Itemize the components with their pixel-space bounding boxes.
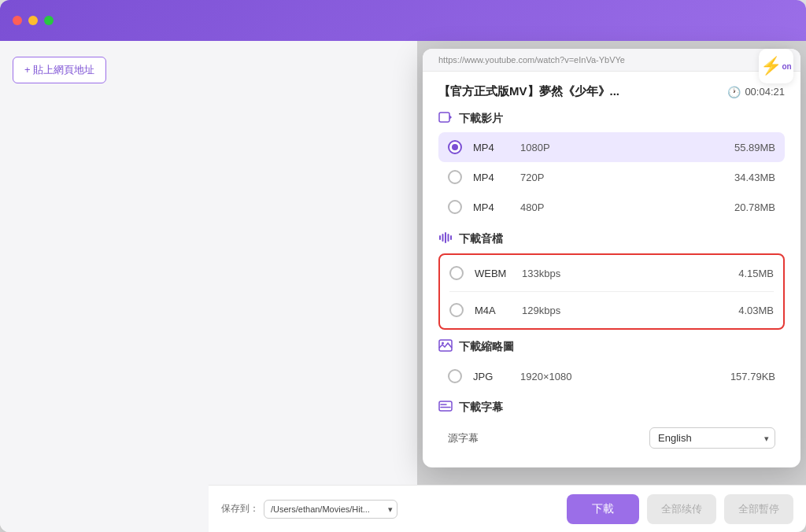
- all-resume-button[interactable]: 全部续传: [647, 494, 716, 524]
- format-quality-1080p: 1080P: [520, 142, 734, 153]
- svg-rect-0: [439, 113, 449, 122]
- right-side: ⚡ on https://www.youtube.com/watch?v=eIn…: [209, 41, 806, 532]
- video-section-header: 下載影片: [438, 112, 785, 126]
- titlebar: [0, 0, 806, 41]
- video-title: 【官方正式版MV】夢然《少年》...: [438, 84, 719, 99]
- radio-jpg[interactable]: [448, 369, 462, 383]
- clock-icon: 🕐: [727, 86, 741, 98]
- bottom-bar: 保存到： /Users/ethan/Movies/Hit... 下載 全部续传 …: [209, 485, 806, 532]
- format-quality-jpg: 1920×1080: [520, 371, 730, 382]
- dialog-overlay: https://www.youtube.com/watch?v=eInVa-Yb…: [417, 41, 806, 532]
- svg-rect-6: [450, 235, 452, 240]
- audio-formats-wrapper: WEBM 133kbps 4.15MB M4A 129kbps 4.03MB: [438, 253, 785, 330]
- thumbnail-section-label: 下載縮略圖: [459, 340, 514, 354]
- format-row-jpg[interactable]: JPG 1920×1080 157.79KB: [438, 361, 785, 391]
- lightning-icon: ⚡: [760, 56, 782, 76]
- radio-webm[interactable]: [449, 266, 464, 280]
- format-type-m4a: M4A: [475, 305, 522, 316]
- audio-section-header: 下載音檔: [438, 231, 785, 247]
- subtitle-select-wrapper: English Chinese Japanese: [649, 427, 775, 449]
- download-button[interactable]: 下載: [567, 494, 639, 524]
- logo-text: on: [782, 62, 791, 71]
- video-formats-list: MP4 1080P 55.89MB MP4 720P 34.43MB: [438, 132, 785, 222]
- svg-rect-9: [439, 401, 452, 411]
- format-quality-720p: 720P: [520, 172, 734, 183]
- svg-rect-2: [439, 235, 441, 240]
- svg-rect-5: [448, 234, 449, 242]
- radio-mp4-1080p[interactable]: [448, 140, 462, 154]
- format-type-jpg: JPG: [473, 371, 520, 382]
- download-dialog: https://www.youtube.com/watch?v=eInVa-Yb…: [423, 49, 800, 467]
- video-duration-row: 🕐 00:04:21: [727, 86, 785, 98]
- svg-marker-1: [449, 115, 452, 120]
- main-area: + 貼上網頁地址 ⚡ on https://www.youtube.com/wa…: [0, 41, 806, 532]
- svg-point-8: [442, 342, 444, 345]
- video-title-row: 【官方正式版MV】夢然《少年》... 🕐 00:04:21: [438, 84, 785, 99]
- format-quality-480p: 480P: [520, 201, 734, 213]
- format-type-mp4-1080p: MP4: [473, 142, 520, 153]
- video-icon: [438, 112, 453, 126]
- format-size-jpg: 157.79KB: [730, 371, 775, 382]
- dialog-body: 【官方正式版MV】夢然《少年》... 🕐 00:04:21: [423, 72, 800, 467]
- thumbnail-icon: [438, 339, 453, 355]
- format-row-mp4-1080p[interactable]: MP4 1080P 55.89MB: [438, 132, 785, 162]
- dialog-url-bar: https://www.youtube.com/watch?v=eInVa-Yb…: [423, 49, 800, 72]
- subtitle-language-select[interactable]: English Chinese Japanese: [649, 427, 775, 449]
- sidebar: + 貼上網頁地址: [0, 41, 209, 532]
- format-type-webm: WEBM: [475, 268, 522, 279]
- format-row-webm[interactable]: WEBM 133kbps 4.15MB: [440, 258, 783, 288]
- radio-m4a[interactable]: [449, 303, 464, 317]
- format-size-m4a: 4.03MB: [738, 305, 774, 316]
- close-button[interactable]: [13, 16, 22, 25]
- format-quality-webm: 133kbps: [522, 268, 738, 279]
- format-row-m4a[interactable]: M4A 129kbps 4.03MB: [440, 295, 783, 325]
- all-pause-button[interactable]: 全部暫停: [724, 494, 793, 524]
- format-row-mp4-480p[interactable]: MP4 480P 20.78MB: [438, 192, 785, 222]
- maximize-button[interactable]: [44, 16, 54, 25]
- svg-rect-4: [445, 232, 446, 243]
- format-row-mp4-720p[interactable]: MP4 720P 34.43MB: [438, 162, 785, 192]
- paste-url-button[interactable]: + 貼上網頁地址: [13, 57, 106, 83]
- subtitle-row: 源字幕 English Chinese Japanese: [438, 421, 785, 455]
- subtitle-section-label: 下載字幕: [459, 401, 503, 415]
- format-size-480p: 20.78MB: [734, 201, 775, 213]
- traffic-lights: [13, 16, 54, 25]
- format-type-mp4-720p: MP4: [473, 172, 520, 183]
- format-quality-m4a: 129kbps: [522, 305, 738, 316]
- format-size-1080p: 55.89MB: [734, 142, 775, 153]
- format-size-720p: 34.43MB: [734, 172, 775, 183]
- format-type-mp4-480p: MP4: [473, 201, 520, 213]
- app-logo-area: ⚡ on: [759, 49, 793, 83]
- save-path-select[interactable]: /Users/ethan/Movies/Hit...: [264, 500, 397, 519]
- radio-mp4-480p[interactable]: [448, 200, 462, 214]
- audio-divider: [449, 291, 774, 292]
- radio-mp4-720p[interactable]: [448, 170, 462, 184]
- main-window: + 貼上網頁地址 ⚡ on https://www.youtube.com/wa…: [0, 0, 806, 532]
- video-section-label: 下載影片: [459, 112, 503, 126]
- save-path-wrapper: /Users/ethan/Movies/Hit...: [264, 500, 397, 519]
- thumbnail-section-header: 下載縮略圖: [438, 339, 785, 355]
- minimize-button[interactable]: [28, 16, 38, 25]
- audio-icon: [438, 231, 453, 247]
- bottom-right-buttons: 下載 全部续传 全部暫停: [567, 494, 793, 524]
- format-size-webm: 4.15MB: [738, 268, 774, 279]
- video-duration-text: 00:04:21: [745, 86, 785, 98]
- save-to-label: 保存到：: [221, 502, 259, 515]
- svg-rect-3: [442, 234, 444, 242]
- subtitle-icon: [438, 401, 453, 415]
- audio-section-label: 下載音檔: [459, 232, 503, 246]
- subtitle-source-label: 源字幕: [448, 431, 479, 445]
- app-logo: ⚡ on: [759, 49, 793, 83]
- save-to-section: 保存到： /Users/ethan/Movies/Hit...: [221, 500, 397, 519]
- subtitle-section-header: 下載字幕: [438, 401, 785, 415]
